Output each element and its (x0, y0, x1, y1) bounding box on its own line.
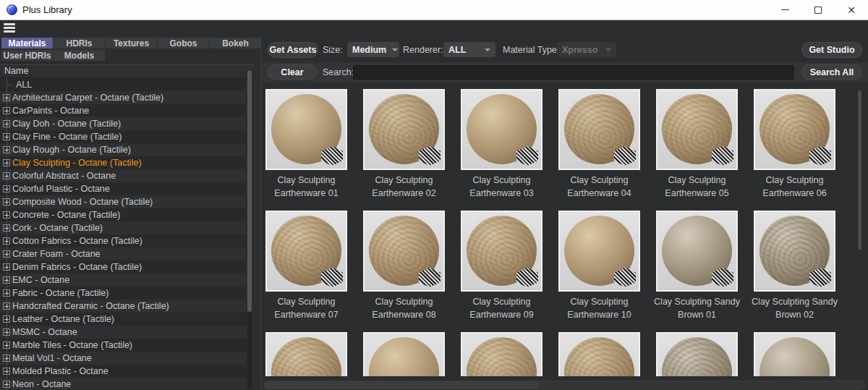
material-thumbnail[interactable] (558, 332, 640, 376)
expand-plus-icon[interactable] (3, 211, 10, 219)
material-item[interactable] (363, 332, 445, 376)
tree-item[interactable]: EMC - Octane (0, 274, 246, 287)
expand-plus-icon[interactable] (3, 355, 10, 362)
material-thumbnail[interactable] (656, 332, 738, 376)
tree-item[interactable]: Clay Doh - Octane (Tactile) (0, 117, 246, 130)
expand-plus-icon[interactable] (3, 172, 10, 179)
material-item[interactable]: Clay Sculpting Sandy Brown 01 (656, 211, 738, 323)
material-item[interactable]: Clay Sculpting Earthenware 08 (363, 211, 445, 323)
material-item[interactable]: Clay Sculpting Earthenware 02 (363, 89, 445, 202)
expand-plus-icon[interactable] (3, 263, 10, 271)
tree-item[interactable]: Fabric - Octane (Tactile) (0, 287, 246, 300)
expand-plus-icon[interactable] (3, 302, 10, 310)
library-tab[interactable]: Gobos (158, 38, 209, 48)
material-thumbnail[interactable] (265, 332, 347, 376)
material-thumbnail[interactable] (754, 211, 835, 292)
expand-plus-icon[interactable] (3, 198, 10, 205)
get-assets-button[interactable]: Get Assets (268, 42, 318, 58)
tree-item[interactable]: Composite Wood - Octane (Tactile) (0, 195, 246, 208)
minimize-button[interactable] (768, 0, 801, 20)
material-item[interactable] (656, 332, 738, 376)
material-thumbnail[interactable] (754, 89, 835, 170)
expand-plus-icon[interactable] (3, 107, 10, 114)
tree-item[interactable]: Concrete - Octane (Tactile) (0, 208, 246, 221)
material-thumbnail[interactable] (461, 89, 542, 170)
library-tab[interactable]: Materials (1, 38, 53, 48)
close-button[interactable]: ✕ (835, 0, 868, 20)
material-thumbnail[interactable] (754, 332, 835, 376)
tree-item[interactable]: Metal Vol1 - Octane (0, 352, 246, 365)
expand-plus-icon[interactable] (3, 342, 10, 349)
material-item[interactable] (265, 332, 347, 376)
material-item[interactable]: Clay Sculpting Earthenware 05 (656, 89, 738, 202)
material-item[interactable]: Clay Sculpting Earthenware 07 (265, 211, 347, 323)
tree-item[interactable]: Colorful Plastic - Octane (0, 182, 246, 195)
expand-plus-icon[interactable] (3, 159, 10, 166)
tree-item[interactable]: Colorful Abstract - Octane (0, 169, 246, 182)
expand-plus-icon[interactable] (3, 237, 10, 245)
material-thumbnail[interactable] (461, 332, 542, 376)
hamburger-menu-icon[interactable] (4, 23, 15, 33)
material-thumbnail[interactable] (461, 211, 542, 292)
material-item[interactable] (558, 332, 640, 376)
expand-plus-icon[interactable] (3, 94, 10, 101)
size-dropdown[interactable]: Medium (347, 42, 399, 57)
expand-plus-icon[interactable] (3, 133, 10, 140)
expand-plus-icon[interactable] (3, 315, 10, 323)
get-studio-button[interactable]: Get Studio (801, 42, 862, 58)
renderer-dropdown[interactable]: ALL (443, 42, 495, 57)
expand-plus-icon[interactable] (3, 224, 10, 232)
tree-item[interactable]: MSMC - Octane (0, 326, 246, 339)
library-tab[interactable]: Textures (106, 38, 157, 48)
expand-plus-icon[interactable] (3, 120, 10, 127)
material-thumbnail[interactable] (363, 332, 445, 376)
expand-plus-icon[interactable] (3, 328, 10, 336)
tree-item[interactable]: Molded Plastic - Octane (0, 365, 246, 378)
expand-plus-icon[interactable] (3, 276, 10, 284)
library-tab[interactable]: Bokeh (210, 38, 261, 48)
material-item[interactable]: Clay Sculpting Earthenware 04 (558, 89, 640, 202)
material-item[interactable]: Clay Sculpting Sandy Brown 02 (754, 211, 835, 323)
grid-scrollbar-thumb[interactable] (858, 90, 861, 250)
clear-button[interactable]: Clear (268, 64, 317, 80)
tree-item[interactable]: Crater Foam - Octane (0, 247, 246, 260)
tree-item[interactable]: Marble Tiles - Octane (Tactile) (0, 339, 246, 352)
expand-plus-icon[interactable] (3, 381, 10, 388)
expand-plus-icon[interactable] (3, 368, 10, 375)
material-item[interactable]: Clay Sculpting Earthenware 10 (558, 211, 640, 323)
maximize-button[interactable] (801, 0, 835, 20)
material-item[interactable]: Clay Sculpting Earthenware 09 (461, 211, 542, 323)
material-item[interactable] (754, 332, 835, 376)
tree-item[interactable]: Cork - Octane (Tactile) (0, 221, 246, 234)
material-item[interactable] (461, 332, 542, 376)
tree-item[interactable]: Leather - Octane (Tactile) (0, 313, 246, 326)
expand-plus-icon[interactable] (3, 185, 10, 192)
tree-item[interactable]: Clay Sculpting - Octane (Tactile) (0, 156, 246, 169)
expand-plus-icon[interactable] (3, 146, 10, 153)
material-thumbnail[interactable] (558, 89, 640, 170)
library-tab[interactable]: Models (54, 50, 105, 61)
sidebar-scrollbar-thumb[interactable] (247, 70, 252, 312)
tree-item[interactable]: Clay Fine - Octane (Tactile) (0, 130, 246, 143)
search-all-button[interactable]: Search All (801, 64, 862, 80)
material-thumbnail[interactable] (265, 89, 347, 170)
material-thumbnail[interactable] (265, 211, 347, 292)
tree-item[interactable]: CarPaints - Octane (0, 104, 246, 117)
tree-item[interactable]: Clay Rough - Octane (Tactile) (0, 143, 246, 156)
tree-item[interactable]: Cotton Fabrics - Octane (Tactile) (0, 234, 246, 247)
material-thumbnail[interactable] (656, 89, 738, 170)
tree-item[interactable]: Handcrafted Ceramic - Octane (Tactile) (0, 300, 246, 313)
material-item[interactable]: Clay Sculpting Earthenware 06 (754, 89, 835, 202)
tree-item[interactable]: Architectural Carpet - Octane (Tactile) (0, 91, 246, 104)
material-thumbnail[interactable] (656, 211, 738, 292)
material-thumbnail[interactable] (363, 211, 445, 292)
material-item[interactable]: Clay Sculpting Earthenware 01 (265, 89, 347, 202)
search-input[interactable] (353, 65, 794, 80)
expand-plus-icon[interactable] (3, 289, 10, 297)
material-item[interactable]: Clay Sculpting Earthenware 03 (461, 89, 542, 202)
expand-plus-icon[interactable] (3, 250, 10, 258)
tree-item[interactable]: Denim Fabrics - Octane (Tactile) (0, 260, 246, 274)
library-tab[interactable]: HDRIs (54, 38, 105, 48)
library-tab[interactable]: User HDRIs (1, 50, 53, 61)
grid-hscrollbar-thumb[interactable] (264, 381, 539, 389)
